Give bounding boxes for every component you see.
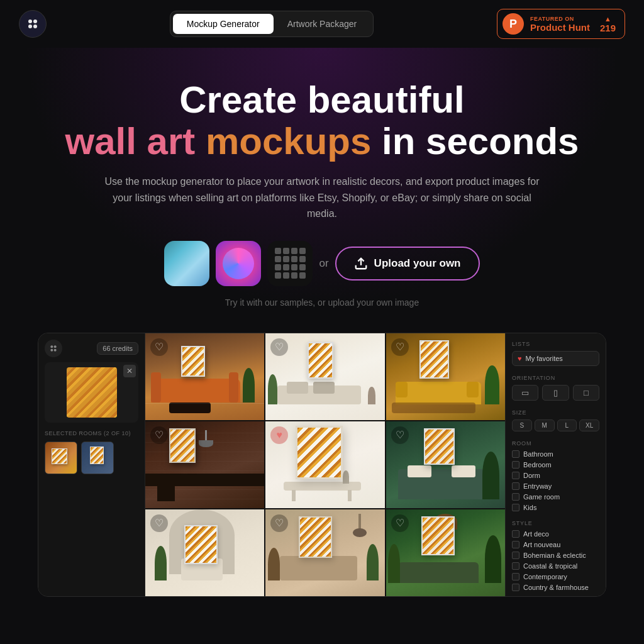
svg-point-6 <box>54 345 57 348</box>
style-option-contemporary[interactable]: Contemporary <box>512 573 599 580</box>
style-option-country[interactable]: Country & farmhouse <box>512 584 599 591</box>
checkbox-artnouveau[interactable] <box>512 541 519 548</box>
heart-btn-7[interactable]: ♡ <box>150 514 168 532</box>
selected-room-1[interactable] <box>45 441 77 474</box>
room-card-7[interactable]: ♡ <box>145 509 264 596</box>
grid-dot <box>299 248 306 254</box>
room-card-8[interactable]: ♡ <box>265 509 384 596</box>
heart-icon-2: ♡ <box>275 341 284 353</box>
orient-landscape-btn[interactable]: ▭ <box>512 385 538 401</box>
orient-square-btn[interactable]: □ <box>573 385 599 401</box>
checkbox-dorm[interactable] <box>512 472 519 479</box>
room-option-entryway[interactable]: Entryway <box>512 482 599 490</box>
bedroom-label: Bedroom <box>523 461 552 469</box>
heart-btn-5[interactable]: ♥ <box>270 426 288 444</box>
or-text: or <box>319 257 328 270</box>
checkbox-country[interactable] <box>512 584 519 591</box>
style-option-artdeco[interactable]: Art deco <box>512 530 599 538</box>
hero-word-mockups: mockups <box>206 120 371 162</box>
grid-dot <box>299 264 306 270</box>
room-card-6[interactable]: ♡ <box>386 421 505 508</box>
room-card-2[interactable]: ♡ <box>265 333 384 420</box>
artnouveau-label: Art nouveau <box>523 541 560 548</box>
checkbox-kids[interactable] <box>512 504 519 511</box>
artwork-preview-card: ✕ <box>45 362 138 423</box>
grid-dot <box>275 256 281 262</box>
room-option-bedroom[interactable]: Bedroom <box>512 461 599 469</box>
delete-icon: ✕ <box>126 367 133 375</box>
panel-logo-icon <box>48 343 58 353</box>
style-option-bohemian[interactable]: Bohemian & eclectic <box>512 552 599 559</box>
checkbox-bedroom[interactable] <box>512 461 519 469</box>
heart-btn-4[interactable]: ♡ <box>150 426 168 444</box>
sample-row: or Upload your own <box>13 241 631 286</box>
room-card-1[interactable]: ♡ <box>145 333 264 420</box>
kids-label: Kids <box>523 504 536 511</box>
ph-logo-letter: P <box>509 18 517 31</box>
selected-room-2[interactable] <box>81 441 114 474</box>
room-option-dorm[interactable]: Dorm <box>512 472 599 479</box>
sample-thumb-1[interactable] <box>164 241 209 286</box>
delete-artwork-button[interactable]: ✕ <box>123 365 136 377</box>
style-option-coastal[interactable]: Coastal & tropical <box>512 562 599 570</box>
hero-word-art: art <box>147 120 196 162</box>
heart-btn-1[interactable]: ♡ <box>150 338 168 356</box>
checkbox-bathroom[interactable] <box>512 450 519 458</box>
ph-text-block: FEATURED ON Product Hunt <box>530 16 590 33</box>
right-panel: LISTS ♥ My favorites ORIENTATION ▭ ▯ □ <box>505 333 606 596</box>
svg-point-5 <box>50 345 53 348</box>
product-hunt-logo: P <box>502 13 524 35</box>
heart-btn-3[interactable]: ♡ <box>391 338 409 356</box>
size-s-btn[interactable]: S <box>512 419 532 431</box>
hero-section: Create beautiful wall art mockups in sec… <box>0 48 644 326</box>
size-m-btn[interactable]: M <box>535 419 555 431</box>
checkbox-coastal[interactable] <box>512 562 519 570</box>
tab-mockup-generator[interactable]: Mockup Generator <box>173 14 274 34</box>
landscape-icon: ▭ <box>521 388 529 397</box>
style-option-artnouveau[interactable]: Art nouveau <box>512 541 599 548</box>
grid-dot <box>299 256 306 262</box>
dorm-label: Dorm <box>523 472 540 479</box>
checkbox-contemporary[interactable] <box>512 573 519 580</box>
heart-btn-6[interactable]: ♡ <box>391 426 409 444</box>
nav-tabs: Mockup Generator Artwork Packager <box>170 11 374 37</box>
panel-top-bar: 66 credits <box>45 340 138 357</box>
upload-button[interactable]: Upload your own <box>335 247 480 280</box>
logo <box>19 10 47 38</box>
room-card-9[interactable]: ♡ <box>386 509 505 596</box>
room-card-3[interactable]: ♡ <box>386 333 505 420</box>
sample-thumb-2[interactable] <box>216 241 261 286</box>
favorites-button[interactable]: ♥ My favorites <box>512 351 599 366</box>
checkbox-artdeco[interactable] <box>512 530 519 538</box>
checkbox-gameroom[interactable] <box>512 493 519 501</box>
room-option-bathroom[interactable]: Bathroom <box>512 450 599 458</box>
svg-point-1 <box>33 19 37 23</box>
checkbox-bohemian[interactable] <box>512 552 519 559</box>
heart-icon-9: ♡ <box>396 517 404 529</box>
size-l-btn[interactable]: L <box>557 419 577 431</box>
grid-dot <box>283 264 289 270</box>
filter-orientation: ORIENTATION ▭ ▯ □ <box>512 375 599 401</box>
heart-icon-5: ♥ <box>277 430 283 441</box>
heart-icon-4: ♡ <box>155 429 164 441</box>
heart-btn-8[interactable]: ♡ <box>270 514 288 532</box>
tab-artwork-packager[interactable]: Artwork Packager <box>274 14 370 34</box>
room-option-gameroom[interactable]: Game room <box>512 493 599 501</box>
room-card-5[interactable]: ♥ <box>265 421 384 508</box>
room-option-kids[interactable]: Kids <box>512 504 599 511</box>
grid-dot <box>291 248 297 254</box>
hero-word-in-seconds: in seconds <box>382 120 579 162</box>
size-xl-btn[interactable]: XL <box>579 419 599 431</box>
sample-thumb-3[interactable] <box>267 241 313 286</box>
room-card-2-inner: ♡ <box>265 333 384 420</box>
style-filter-label: STYLE <box>512 520 599 526</box>
product-hunt-badge[interactable]: P FEATURED ON Product Hunt ▲ 219 <box>497 9 625 39</box>
room-card-4[interactable]: ♡ <box>145 421 264 508</box>
heart-icon-small: ♥ <box>518 355 522 362</box>
checkbox-entryway[interactable] <box>512 482 519 490</box>
hero-title: Create beautiful wall art mockups in sec… <box>13 79 631 162</box>
orient-portrait-btn[interactable]: ▯ <box>542 385 569 401</box>
heart-btn-9[interactable]: ♡ <box>391 514 409 532</box>
selected-rooms-row <box>45 441 138 474</box>
heart-btn-2[interactable]: ♡ <box>270 338 288 356</box>
